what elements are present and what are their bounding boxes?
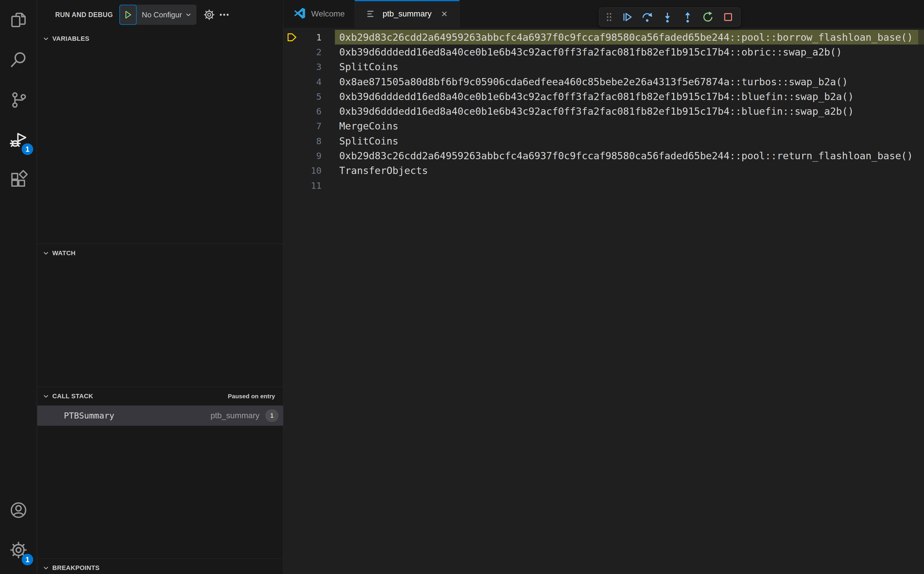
editor-line: 9 0xb29d83c26cdd2a64959263abbcfc4a6937f0… [283,148,924,163]
code-text: SplitCoins [339,61,398,73]
line-number: 10 [301,165,321,176]
code-text: 0xb39d6dddedd16ed8a40ce0b1e6b43c92acf0ff… [339,46,842,58]
variables-section-header[interactable]: VARIABLES [37,30,283,48]
line-number: 1 [301,32,321,43]
line-number: 2 [301,47,321,57]
files-icon [9,10,28,30]
restart-button[interactable] [699,9,717,25]
current-statement-arrow-icon[interactable] [283,32,301,42]
watch-section-label: WATCH [52,249,76,257]
toolbar-drag-handle[interactable] [602,9,616,25]
editor-line: 2 0xb39d6dddedd16ed8a40ce0b1e6b43c92acf0… [283,44,924,59]
line-number: 8 [301,136,321,146]
current-line-highlight[interactable]: 0xb29d83c26cdd2a64959263abbcfc4a6937f0c9… [335,30,924,44]
variables-section: VARIABLES [37,30,283,244]
sidebar-item-extensions[interactable] [0,159,37,199]
stop-icon [722,11,734,23]
gripper-icon [604,11,614,23]
sidebar-title: RUN AND DEBUG [55,11,113,19]
chevron-down-icon [42,564,50,572]
ellipsis-icon [218,9,230,21]
continue-button[interactable] [618,9,636,25]
debug-session-badge: 1 [22,144,33,155]
stack-frame-line-badge: 1 [265,409,279,422]
source-control-icon [9,90,28,109]
step-into-icon [661,11,674,23]
sidebar-header: RUN AND DEBUG No Configur [37,0,283,30]
step-into-button[interactable] [658,9,677,25]
chevron-down-icon [42,35,50,43]
list-file-icon [365,8,377,20]
code-editor[interactable]: 1 0xb29d83c26cdd2a64959263abbcfc4a6937f0… [283,28,924,574]
line-number: 11 [301,180,321,191]
breakpoints-section: BREAKPOINTS [37,558,283,574]
stop-button[interactable] [719,9,737,25]
code-text: 0xb39d6dddedd16ed8a40ce0b1e6b43c92acf0ff… [339,106,854,117]
line-number: 6 [301,106,321,117]
code-text: SplitCoins [339,135,398,147]
tab-welcome[interactable]: Welcome [283,0,355,28]
activity-bar-bottom: 1 [0,490,37,574]
gear-icon [203,9,215,21]
watch-section: WATCH [37,244,283,387]
continue-icon [621,11,633,23]
call-stack-section: CALL STACK Paused on entry PTBSummary pt… [37,387,283,558]
debug-settings-button[interactable] [201,7,217,22]
manage-button[interactable]: 1 [0,530,37,570]
views-and-more-actions-button[interactable] [217,7,232,22]
editor-line: 5 0xb39d6dddedd16ed8a40ce0b1e6b43c92acf0… [283,89,924,104]
code-text: 0xb29d83c26cdd2a64959263abbcfc4a6937f0c9… [339,32,913,43]
call-stack-frame-row[interactable]: PTBSummary ptb_summary 1 [37,405,283,426]
tab-label: ptb_summary [383,9,432,19]
line-number: 9 [301,151,321,161]
settings-badge: 1 [22,554,33,565]
stack-frame-name: PTBSummary [64,411,115,421]
editor-line: 11 [283,178,924,193]
sidebar-item-run-and-debug[interactable]: 1 [0,120,37,159]
tab-ptb-summary[interactable]: ptb_summary [355,0,460,28]
code-text: 0x8ae871505a80d8bf6bf9c05906cda6edfeea46… [339,76,848,88]
chevron-down-icon [182,11,192,19]
sidebar-item-source-control[interactable] [0,80,37,120]
sidebar-item-search[interactable] [0,40,37,80]
chevron-down-icon [42,249,50,257]
launch-configuration-dropdown[interactable]: No Configur [137,10,197,19]
line-number: 5 [301,91,321,102]
code-text: 0xb39d6dddedd16ed8a40ce0b1e6b43c92acf0ff… [339,91,854,102]
play-icon [123,10,133,20]
step-out-button[interactable] [678,9,697,25]
editor-line: 8 SplitCoins [283,134,924,148]
code-text: TransferObjects [339,165,428,176]
step-over-button[interactable] [638,9,656,25]
start-debugging-button[interactable] [119,5,137,25]
step-over-icon [641,11,653,23]
editor-line: 4 0x8ae871505a80d8bf6bf9c05906cda6edfeea… [283,74,924,89]
code-text: MergeCoins [339,120,398,132]
search-icon [9,50,28,69]
breakpoints-section-label: BREAKPOINTS [52,564,99,572]
extensions-icon [9,170,28,189]
activity-bar: 1 [0,0,37,574]
sidebar-item-explorer[interactable] [0,0,37,40]
call-stack-section-header[interactable]: CALL STACK Paused on entry [37,387,283,405]
watch-section-header[interactable]: WATCH [37,244,283,262]
launch-control: No Configur [119,5,197,25]
accounts-button[interactable] [0,490,37,530]
editor-line: 6 0xb39d6dddedd16ed8a40ce0b1e6b43c92acf0… [283,104,924,118]
tab-label: Welcome [311,9,345,19]
call-stack-section-label: CALL STACK [52,393,93,400]
run-and-debug-sidebar: RUN AND DEBUG No Configur [37,0,283,574]
close-tab-button[interactable] [439,9,450,19]
breakpoints-section-header[interactable]: BREAKPOINTS [37,559,283,574]
editor-region: Welcome ptb_summary [283,0,924,574]
editor-line: 3 SplitCoins [283,60,924,74]
code-text: 0xb29d83c26cdd2a64959263abbcfc4a6937f0c9… [339,150,913,162]
editor-line: 10 TransferObjects [283,163,924,178]
pause-reason-status: Paused on entry [228,393,275,400]
account-icon [9,501,28,520]
chevron-down-icon [42,392,50,400]
line-number: 3 [301,62,321,72]
editor-line: 7 MergeCoins [283,119,924,134]
line-number: 7 [301,121,321,131]
launch-configuration-label: No Configur [142,10,182,19]
